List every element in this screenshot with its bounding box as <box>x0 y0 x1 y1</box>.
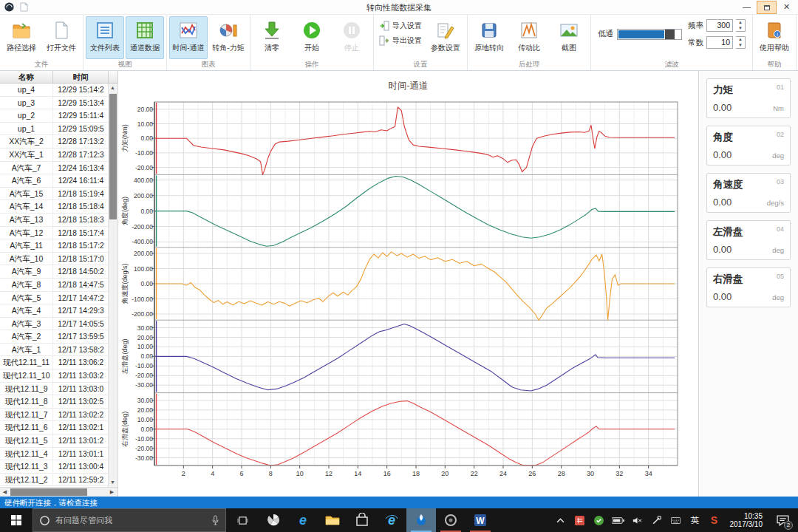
spinner-input[interactable]: 10 <box>706 36 733 49</box>
spin-down-icon[interactable]: ▼ <box>736 43 745 49</box>
file-list-row[interactable]: 现代12.11_912/11 13:03:0 <box>0 383 109 396</box>
file-list-row[interactable]: A汽车_712/24 16:13:4 <box>0 162 109 175</box>
scroll-left-arrow-icon[interactable]: ◀ <box>0 488 10 497</box>
tray-green-shield[interactable] <box>591 508 607 532</box>
scroll-up-arrow-icon[interactable]: ▲ <box>109 83 117 92</box>
tray-tools[interactable] <box>649 508 665 532</box>
svg-text:32: 32 <box>615 470 623 477</box>
file-list-row[interactable]: A汽车_1112/18 15:17:2 <box>0 239 109 253</box>
tray-battery[interactable] <box>610 508 627 532</box>
tray-keyboard[interactable] <box>668 508 684 532</box>
ribbon-button-open-file[interactable]: 打开文件 <box>42 16 81 59</box>
close-button[interactable]: ✕ <box>777 1 797 14</box>
tray-red-tool[interactable] <box>572 508 588 532</box>
taskbar-app-daq-app[interactable] <box>406 508 436 532</box>
column-header-time[interactable]: 时间 <box>53 71 109 83</box>
taskbar-app-explorer[interactable] <box>318 508 347 532</box>
ribbon-button-play[interactable]: 开始 <box>293 16 331 59</box>
spinner-arrows[interactable]: ▲▼ <box>736 36 746 49</box>
lowpass-slider[interactable] <box>617 29 682 40</box>
file-list-row[interactable]: A汽车_1212/18 15:17:4 <box>0 227 109 240</box>
ribbon-button-channel-grid[interactable]: 通道数据 <box>126 16 164 59</box>
file-list-row[interactable]: up_412/29 15:14:2 <box>0 83 109 97</box>
restore-button[interactable] <box>757 1 777 14</box>
file-list-row[interactable]: 现代12.11_212/11 12:59:2 <box>0 474 109 487</box>
notification-button[interactable]: 2 <box>770 508 795 532</box>
vertical-scrollbar[interactable]: ▲ ▼ <box>108 83 117 487</box>
spin-down-icon[interactable]: ▼ <box>736 26 745 32</box>
tray-chevron-up[interactable] <box>553 508 569 532</box>
spinner-arrows[interactable]: ▲▼ <box>736 19 746 32</box>
tray-sogou[interactable]: S <box>706 508 723 532</box>
ribbon-toolbar: 路径选择打开文件文件文件列表通道数据视图时间-通道转角-力矩图表清零开始停止操作… <box>0 15 798 71</box>
file-list-row[interactable]: A汽车_112/17 13:58:2 <box>0 344 109 357</box>
scroll-right-arrow-icon[interactable]: ▶ <box>107 488 117 497</box>
ribbon-button-pause[interactable]: 停止 <box>332 16 371 59</box>
microphone-icon[interactable] <box>211 515 219 525</box>
minimize-button[interactable]: — <box>737 1 757 14</box>
file-list-row[interactable]: up_112/29 15:09:5 <box>0 123 109 136</box>
task-view-button[interactable] <box>226 508 259 532</box>
start-button[interactable] <box>0 508 33 532</box>
ribbon-button-time-chart[interactable]: 时间-通道 <box>169 16 208 59</box>
scrollbar-thumb[interactable] <box>109 94 117 219</box>
ribbon-button-clear[interactable]: 清零 <box>253 16 291 59</box>
ribbon-button-import[interactable]: 导入设置 <box>379 21 422 31</box>
svg-text:20.00: 20.00 <box>137 406 154 414</box>
taskbar-app-word[interactable]: W <box>466 508 495 532</box>
file-list-row[interactable]: A汽车_512/17 14:47:2 <box>0 292 109 305</box>
file-list-row[interactable]: XX汽车_112/28 17:12:3 <box>0 149 109 162</box>
file-list-row[interactable]: 现代12.11_712/11 13:02:2 <box>0 409 109 422</box>
scrollbar-thumb[interactable] <box>10 488 87 496</box>
ribbon-button-params[interactable]: 参数设置 <box>426 16 465 59</box>
svg-text:e: e <box>388 513 395 528</box>
file-list-row[interactable]: up_212/29 15:11:4 <box>0 109 109 123</box>
file-list-row[interactable]: 现代12.11_612/11 13:02:1 <box>0 421 109 434</box>
scroll-down-arrow-icon[interactable]: ▼ <box>109 478 117 487</box>
taskbar-app-pinwheel[interactable] <box>259 508 288 532</box>
ribbon-button-help[interactable]: i使用帮助 <box>755 16 794 59</box>
tray-speaker-muted[interactable] <box>630 508 646 532</box>
taskbar-app-circle-app[interactable] <box>436 508 466 532</box>
file-list-row[interactable]: up_312/29 15:13:4 <box>0 97 109 110</box>
svg-text:30.00: 30.00 <box>137 397 154 404</box>
ribbon-button-save[interactable]: 原地转向 <box>470 16 508 59</box>
file-list-row[interactable]: 现代12.11_512/11 13:01:2 <box>0 434 109 448</box>
file-list-row[interactable]: A汽车_312/17 14:05:5 <box>0 318 109 331</box>
spin-up-icon[interactable]: ▲ <box>736 37 745 43</box>
ribbon-button-file-list[interactable]: 文件列表 <box>86 16 124 59</box>
file-list-row[interactable]: 现代12.11_812/11 13:02:5 <box>0 395 109 409</box>
file-list-row[interactable]: A汽车_1412/18 15:18:4 <box>0 200 109 214</box>
column-header-name[interactable]: 名称 <box>0 71 53 83</box>
file-list-row[interactable]: A汽车_212/17 13:59:5 <box>0 330 109 344</box>
file-list-row[interactable]: 现代12.11_1012/11 13:03:2 <box>0 369 109 383</box>
search-input[interactable]: 有问题尽管问我 <box>33 508 226 532</box>
ribbon-button-snapshot[interactable]: 截图 <box>550 16 588 59</box>
taskbar-app-ie[interactable]: e <box>377 508 406 532</box>
ribbon-button-folder[interactable]: 路径选择 <box>2 16 41 59</box>
file-list-row[interactable]: A汽车_1012/18 15:17:0 <box>0 253 109 266</box>
spin-up-icon[interactable]: ▲ <box>736 20 745 26</box>
file-list-row[interactable]: A汽车_1512/18 15:19:4 <box>0 188 109 201</box>
slider-handle[interactable] <box>665 30 675 39</box>
file-list-row[interactable]: A汽车_612/24 16:11:4 <box>0 174 109 188</box>
file-list-row[interactable]: A汽车_1312/18 15:18:3 <box>0 214 109 227</box>
file-list-row[interactable]: A汽车_412/17 14:29:3 <box>0 304 109 318</box>
file-list-row[interactable]: 现代12.11_412/11 13:01:1 <box>0 448 109 461</box>
file-list-row[interactable]: XX汽车_212/28 17:13:2 <box>0 135 109 149</box>
taskbar-clock[interactable]: 10:352017/3/10 <box>726 512 768 528</box>
taskbar-app-store[interactable] <box>347 508 377 532</box>
horizontal-scrollbar[interactable]: ◀ ▶ <box>0 487 117 497</box>
file-list-row[interactable]: 现代12.11_1112/11 13:06:2 <box>0 356 109 369</box>
ribbon-button-pie-chart[interactable]: 转角-力矩 <box>209 16 248 59</box>
taskbar-app-edge[interactable]: e <box>288 508 318 532</box>
file-list-row[interactable]: A汽车_812/18 14:47:5 <box>0 279 109 292</box>
ribbon-button-ratio[interactable]: 传动比 <box>510 16 548 59</box>
ribbon-small-stack: 导入设置导出设置 <box>376 16 425 46</box>
svg-text:6: 6 <box>239 470 243 477</box>
spinner-input[interactable]: 300 <box>706 19 733 32</box>
ribbon-button-export[interactable]: 导出设置 <box>379 35 422 46</box>
tray-ime-indicator[interactable]: 英 <box>687 508 703 532</box>
file-list-row[interactable]: 现代12.11_312/11 13:00:4 <box>0 460 109 474</box>
file-list-row[interactable]: A汽车_912/18 14:50:2 <box>0 265 109 279</box>
